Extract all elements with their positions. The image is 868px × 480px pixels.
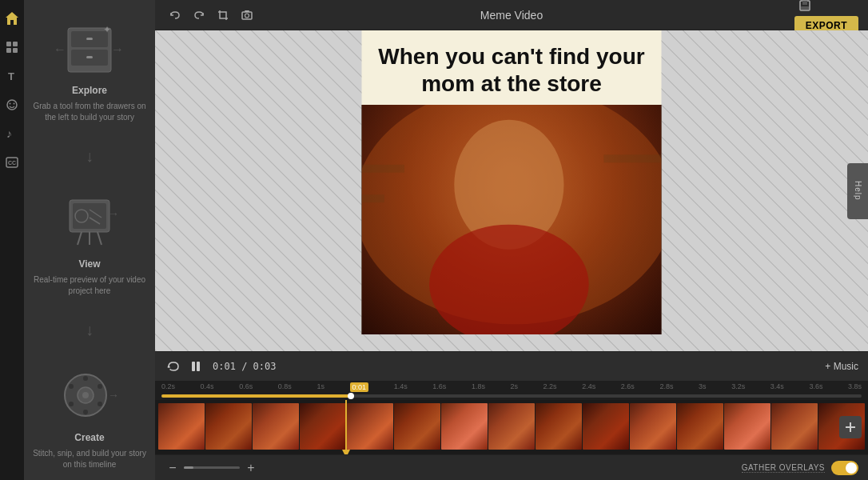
app-title: Meme Video [480,9,543,22]
create-title: Create [74,432,104,443]
video-person [362,105,662,334]
film-frame-1 [158,403,205,450]
svg-point-40 [245,14,249,18]
svg-rect-50 [603,155,661,163]
add-clip-button[interactable] [839,416,862,438]
total-time: 0:03 [253,361,277,372]
canvas-area: When you can't find your mom at the stor… [155,30,868,351]
tl-current: 0:01 [350,382,369,392]
svg-rect-3 [6,48,11,53]
sidebar-icon-home[interactable] [0,6,24,30]
tl-17: 3.8s [848,382,862,392]
zoom-slider[interactable] [184,466,240,469]
music-button[interactable]: + Music [825,361,858,372]
onboarding-view: → View Real-time preview of your video p… [32,190,147,297]
gather-overlays-toggle[interactable] [831,461,858,475]
svg-text:T: T [8,70,14,82]
toggle-knob [846,462,857,474]
screenshot-button[interactable] [237,5,257,26]
film-frame-11 [630,403,676,450]
tl-2: 0.6s [239,382,253,392]
loop-button[interactable] [165,358,182,375]
film-frame-12 [677,403,723,450]
tl-16: 3.6s [809,382,822,392]
svg-rect-39 [242,12,252,19]
svg-text:→: → [108,389,119,402]
svg-rect-18 [86,56,93,58]
progress-handle[interactable] [348,393,354,399]
svg-text:♪: ♪ [6,127,12,140]
timeline-labels: 0.2s 0.4s 0.6s 0.8s 1s 0:01 1.4s 1.6s 1.… [161,382,862,392]
onboarding-panel: ← → ✦ Explore Grab a tool from the drawe… [24,0,155,480]
view-desc: Real-time preview of your video project … [32,274,147,297]
meme-text-area: When you can't find your mom at the stor… [362,30,662,105]
tl-6: 1.6s [432,382,446,392]
footer-bar: − + GATHER OVERLAYS [155,454,868,480]
tl-0: 0.2s [161,382,175,392]
arrow-down-1: ↓ [86,147,94,166]
current-time: 0:01 [213,361,236,372]
onboarding-create: → Create Stitch, snip, and build your st… [32,363,147,470]
film-frame-10 [583,403,629,450]
progress-track[interactable] [161,394,862,398]
tl-11: 2.6s [621,382,635,392]
meme-title: When you can't find your mom at the stor… [378,43,646,97]
zoom-in-button[interactable]: + [243,460,259,476]
tl-3: 0.8s [278,382,292,392]
tl-4: 1s [317,382,325,392]
undo-button[interactable] [165,5,185,26]
gather-overlays-label: GATHER OVERLAYS [742,463,825,473]
tl-13: 3s [699,382,707,392]
zoom-out-button[interactable]: − [165,460,181,476]
svg-rect-4 [13,48,18,53]
crop-button[interactable] [213,5,233,26]
timeline-filmstrip [155,400,868,454]
tl-7: 1.8s [472,382,485,392]
sidebar: T ♪ CC [0,0,24,480]
create-desc: Stitch, snip, and build your story on th… [32,448,147,470]
top-bar-tools [165,5,257,26]
main-area: Meme Video EXPORT When you can't find yo… [155,0,868,480]
export-area: EXPORT [794,0,858,35]
gather-overlays: GATHER OVERLAYS [742,461,858,475]
zoom-controls: − + [165,460,259,476]
timeline-labels-row: 0.2s 0.4s 0.6s 0.8s 1s 0:01 1.4s 1.6s 1.… [155,381,868,392]
view-illustration: → [50,190,129,254]
explore-illustration: ← → ✦ [50,16,129,80]
tl-10: 2.4s [582,382,595,392]
svg-rect-2 [13,42,18,46]
tl-9: 2.2s [543,382,557,392]
svg-rect-41 [245,10,249,12]
sidebar-icon-captions[interactable]: CC [0,150,24,174]
tl-12: 2.8s [659,382,673,392]
svg-rect-43 [802,1,807,5]
svg-text:→: → [111,42,124,56]
sidebar-icon-text[interactable]: T [0,64,24,88]
time-separator: / [241,361,247,372]
svg-point-37 [98,402,102,406]
bottom-controls: 0:01 / 0:03 + Music 0.2s 0.4s 0.6s 0.8s … [155,351,868,480]
playback-bar: 0:01 / 0:03 + Music [155,352,868,381]
sidebar-icon-music[interactable]: ♪ [0,122,24,146]
view-title: View [78,258,100,270]
film-frame-9 [536,403,582,450]
save-button[interactable] [794,0,815,16]
svg-point-38 [69,402,74,406]
svg-rect-22 [73,203,106,229]
redo-button[interactable] [189,5,209,26]
sidebar-icon-grid[interactable] [0,35,24,59]
progress-scrubber[interactable] [155,392,868,400]
svg-line-26 [78,232,82,245]
onboarding-explore: ← → ✦ Explore Grab a tool from the drawe… [32,16,147,123]
film-frame-4 [300,403,346,450]
filmstrip-inner [155,403,868,451]
playhead[interactable] [345,400,347,454]
svg-rect-49 [362,194,385,202]
sidebar-icon-sticker[interactable] [0,93,24,117]
help-button[interactable]: Help [847,163,868,219]
svg-rect-1 [6,42,11,46]
pause-button[interactable] [187,358,205,375]
film-frame-7 [441,403,488,450]
zoom-slider-fill [184,466,193,469]
tl-5: 1.4s [394,382,408,392]
